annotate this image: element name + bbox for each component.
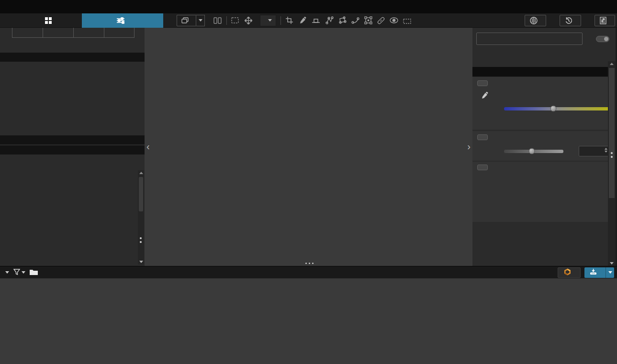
horizon-icon[interactable] bbox=[312, 17, 320, 24]
dxo-photolab-window: ‹ › bbox=[0, 0, 617, 364]
advanced-history-panel-header bbox=[0, 135, 145, 144]
main-toolbar bbox=[0, 13, 617, 28]
compare-icon bbox=[181, 17, 189, 23]
image-browser bbox=[0, 278, 617, 364]
fit-screen-icon[interactable] bbox=[231, 17, 239, 23]
export-icon bbox=[590, 268, 597, 276]
local-adjustments-button[interactable] bbox=[525, 15, 546, 26]
filter-button[interactable] bbox=[13, 269, 25, 276]
tool-category-tabs bbox=[476, 50, 613, 63]
title-bar bbox=[0, 0, 617, 13]
color-picker-icon[interactable] bbox=[481, 92, 488, 99]
nik-collection-button[interactable] bbox=[558, 267, 581, 278]
preset-document-icon bbox=[600, 17, 606, 24]
histogram-panel bbox=[12, 28, 135, 38]
white-balance-checkbox[interactable] bbox=[477, 80, 488, 86]
compare-dropdown[interactable] bbox=[196, 15, 205, 26]
sort-button[interactable] bbox=[4, 271, 9, 274]
search-corrections-input[interactable] bbox=[476, 33, 583, 45]
stepper-icon[interactable] bbox=[605, 148, 607, 153]
control-points-icon[interactable] bbox=[325, 16, 334, 24]
reset-history-icon bbox=[565, 17, 572, 24]
preset-scrollbar[interactable] bbox=[138, 170, 144, 265]
exposure-checkbox[interactable] bbox=[477, 134, 488, 140]
nik-logo-icon bbox=[564, 268, 571, 277]
temperature-slider[interactable] bbox=[504, 107, 609, 110]
basic-tools-header bbox=[472, 67, 617, 77]
selective-tone-checkbox[interactable] bbox=[477, 165, 488, 170]
right-panel bbox=[472, 28, 617, 266]
sliders-icon bbox=[117, 17, 124, 24]
tab-customize[interactable] bbox=[82, 13, 163, 28]
heal-icon[interactable] bbox=[377, 17, 385, 24]
control-polygon-icon[interactable] bbox=[338, 16, 347, 24]
image-viewer: ‹ › bbox=[145, 28, 472, 266]
transform-icon[interactable] bbox=[364, 16, 372, 24]
left-panel bbox=[0, 28, 145, 266]
right-panel-scrollbar[interactable] bbox=[608, 61, 616, 266]
compare-button[interactable] bbox=[177, 15, 196, 26]
selective-tone-section bbox=[472, 162, 617, 222]
exposure-slider[interactable] bbox=[504, 150, 563, 153]
grid-icon bbox=[45, 17, 52, 24]
control-line-icon[interactable] bbox=[351, 16, 359, 24]
exposure-slider-handle[interactable] bbox=[529, 148, 535, 154]
active-corrections-toggle[interactable] bbox=[596, 36, 609, 42]
pan-icon[interactable] bbox=[245, 17, 252, 24]
folder-icon[interactable] bbox=[30, 269, 38, 276]
temperature-slider-handle[interactable] bbox=[550, 106, 557, 112]
apply-preset-button[interactable] bbox=[595, 15, 615, 26]
crop-icon[interactable] bbox=[285, 16, 293, 24]
browser-splitter-handle[interactable] bbox=[309, 263, 310, 264]
eyedropper-icon[interactable] bbox=[299, 17, 306, 24]
local-adjustments-icon bbox=[530, 17, 538, 24]
reset-button[interactable] bbox=[560, 15, 581, 26]
export-options-dropdown[interactable] bbox=[606, 267, 614, 278]
selection-icon[interactable] bbox=[403, 17, 411, 24]
tab-photo-library[interactable] bbox=[18, 13, 82, 28]
funnel-icon bbox=[13, 269, 20, 276]
move-zoom-panel-header bbox=[0, 53, 145, 62]
exposure-section bbox=[472, 131, 617, 161]
preset-editor-panel-header bbox=[0, 145, 145, 154]
split-view-icon[interactable] bbox=[213, 17, 222, 24]
red-eye-icon[interactable] bbox=[390, 17, 398, 23]
white-balance-section bbox=[472, 77, 617, 130]
collapse-left-panel-icon[interactable]: ‹ bbox=[146, 142, 150, 151]
bottom-command-bar bbox=[0, 266, 617, 278]
exposure-value-input[interactable] bbox=[579, 146, 610, 156]
collapse-right-panel-icon[interactable]: › bbox=[467, 142, 471, 151]
export-to-disk-button[interactable] bbox=[584, 267, 614, 278]
zoom-level-select[interactable] bbox=[260, 15, 276, 26]
